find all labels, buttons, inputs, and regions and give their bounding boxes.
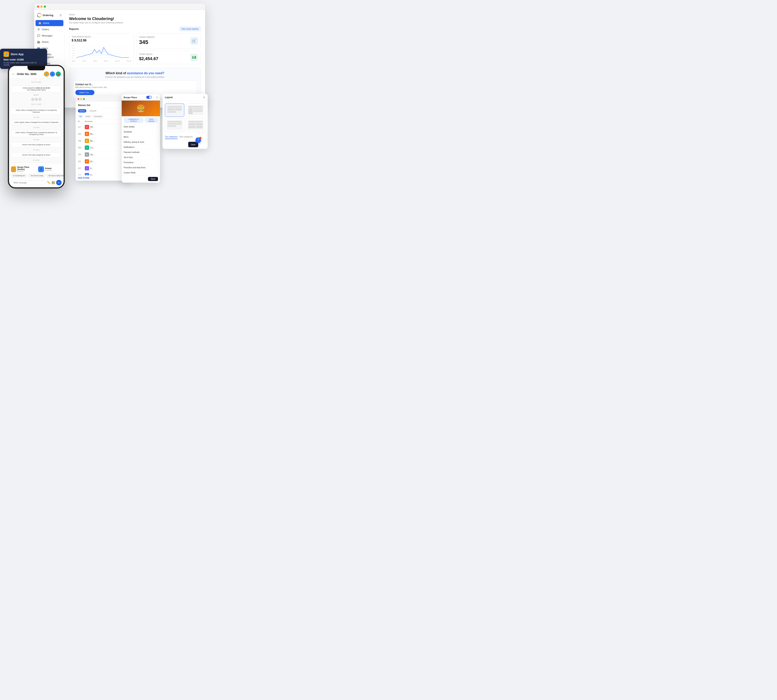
stores-dot-green[interactable] (83, 98, 85, 100)
chat-date-1: Oct 15, 2022 (12, 81, 61, 83)
quick-reply-3[interactable]: We have a delay with (47, 174, 63, 178)
store-website-button[interactable]: Store website (145, 117, 158, 123)
image-icon[interactable]: 🖼️ (52, 181, 55, 184)
window-minimize-dot[interactable] (40, 5, 43, 8)
help-badge: 1 (199, 137, 201, 139)
see-more-reports-button[interactable]: See more reports (180, 27, 201, 31)
burger-panel-controls: ··· ✕ (146, 96, 158, 99)
today-orders-card: TODAY ORDERS 345 🛒 (136, 33, 201, 48)
menu-notifications[interactable]: Notifications › (121, 145, 160, 150)
layout-panel-title: Layout (165, 96, 173, 99)
menu-custom-fields[interactable]: Custom fields › (121, 170, 160, 175)
categories-products-button[interactable]: Categories & products (124, 117, 143, 123)
filter-groceries[interactable]: Groceries (93, 115, 103, 118)
layout-close-icon[interactable]: ✕ (203, 96, 205, 99)
dollar-icon: 💵 (192, 55, 196, 60)
more-options-icon[interactable]: ··· (153, 96, 155, 99)
chevron-icon: › (157, 167, 158, 169)
notif-app-name: Store App (11, 53, 23, 56)
today-sales-value: $2,454.67 (139, 56, 158, 61)
phone-notch (27, 66, 45, 70)
layout-option-3[interactable] (165, 118, 184, 132)
today-sales-icon-box: 💵 (190, 53, 198, 61)
tab-top-categories[interactable]: Top categories (165, 136, 178, 139)
burger-image: 🍔 (121, 100, 160, 116)
chat-sent-to-label: Sent to: (12, 94, 61, 96)
phone-screen: ← Order No. 3000 🏪 👤 🚗 Oct 15, 2022 Orde… (9, 66, 63, 187)
menu-menu[interactable]: Menu › (121, 135, 160, 140)
burger-close-icon[interactable]: ✕ (156, 96, 158, 99)
layout-option-1[interactable] (165, 103, 184, 117)
sidebar-item-stores-label: Stores (42, 41, 49, 43)
page-subtitle: Our guide helps you to configure your Or… (69, 22, 201, 24)
edit-icon[interactable]: ✏️ (47, 181, 50, 184)
store-toggle[interactable] (146, 96, 152, 99)
svg-text:500: 500 (72, 57, 73, 58)
logo-circle-icon (37, 13, 42, 17)
chat-area[interactable]: Oct 15, 2022 Order placed for 2022-10-14… (9, 78, 63, 164)
sidebar-item-home[interactable]: 🏠 Home (35, 20, 63, 26)
col-id-label: ID (78, 120, 85, 122)
notif-header: 🏪 Store App (3, 52, 43, 57)
chevron-icon: › (157, 136, 158, 138)
tab-active[interactable]: Active (78, 109, 87, 113)
chevron-icon: › (157, 157, 158, 158)
stores-dot-red[interactable] (78, 98, 79, 100)
store-logo-422: I (85, 166, 89, 170)
business-user-name: Burger Place (Austin) (17, 166, 35, 170)
store-logo-420: B (85, 132, 89, 136)
chat-time-6: 09:24AM (12, 159, 61, 161)
menu-promotions[interactable]: Promotions › (121, 160, 160, 165)
window-maximize-dot[interactable] (44, 5, 46, 8)
send-button[interactable]: ↩ (56, 180, 62, 185)
basket-icon: 🛒 (192, 39, 196, 43)
menu-delivery[interactable]: Delivery, pickup & more › (121, 140, 160, 145)
tab-side-categories[interactable]: Side categories (179, 136, 193, 139)
stores-icon: 🏬 (37, 40, 40, 43)
avatar-3: 🚗 (56, 72, 61, 77)
store-logo-650: C (85, 145, 89, 150)
order-highlight: 2022-10-14 19:46 (36, 87, 50, 89)
chat-msg-5: Driver3 Test Was assigned as driver (12, 142, 61, 147)
window-close-dot[interactable] (37, 5, 39, 8)
support-contact-title: Contact our S... (75, 83, 195, 86)
sidebar-item-home-label: Home (43, 22, 49, 25)
sidebar-collapse-icon[interactable]: ☰ (60, 14, 62, 17)
quick-reply-1[interactable]: Is everything ok? (11, 174, 27, 178)
layout-option-2[interactable] (186, 103, 205, 117)
layout-preview-1 (166, 105, 183, 115)
sales-cor-button[interactable]: Sales Cor... (75, 90, 95, 95)
stores-dot-yellow[interactable] (80, 98, 82, 100)
menu-schedule[interactable]: Schedule › (121, 129, 160, 135)
layout-option-4[interactable] (186, 118, 205, 132)
burger-save-button[interactable]: Save (148, 177, 158, 181)
sidebar-item-messages[interactable]: 💬 Messages (34, 33, 65, 39)
chat-date-2: Oct 17, 2022 (12, 103, 61, 105)
menu-tax-fees[interactable]: Tax & fees › (121, 155, 160, 160)
menu-store-details[interactable]: Store details › (121, 124, 160, 129)
monthly-sales-card: THIS MONTH SALES $ 9,512.96 (69, 33, 134, 64)
menu-preorders[interactable]: Preorders and lead times › (121, 165, 160, 170)
menu-payment-methods[interactable]: Payment methods › (121, 150, 160, 155)
tab-inactive[interactable]: Inactive (88, 109, 98, 113)
sidebar-item-orders-label: Orders (42, 28, 49, 31)
svg-text:1,000: 1,000 (72, 55, 75, 57)
chat-msg-2: Order Status Changed from Pending To Acc… (12, 108, 61, 115)
help-button[interactable]: ? 1 (195, 137, 201, 143)
burger-action-btns: Categories & products Store website (121, 116, 160, 124)
filter-food[interactable]: Food (84, 115, 92, 118)
back-arrow-icon[interactable]: ← (12, 72, 15, 76)
chevron-icon: › (157, 131, 158, 133)
quick-reply-2[interactable]: Your food is ready (28, 174, 45, 178)
svg-text:1,500: 1,500 (72, 53, 75, 54)
today-sales-label: TODAY SALES (139, 53, 158, 55)
customer-user-info: 👤 Amaan Customer (38, 166, 62, 172)
quick-replies: Is everything ok? Your food is ready We … (9, 173, 63, 179)
layout-panel-footer: Save ? 1 (163, 140, 208, 149)
sidebar-item-orders[interactable]: ☰ Orders (34, 26, 65, 32)
filter-all[interactable]: All (78, 115, 83, 118)
message-input[interactable] (11, 180, 46, 185)
chat-input-row: ✏️ 🖼️ ↩ (9, 179, 63, 187)
sidebar-item-stores[interactable]: 🏬 Stores (34, 39, 65, 45)
burger-panel-footer: Save (121, 175, 160, 183)
